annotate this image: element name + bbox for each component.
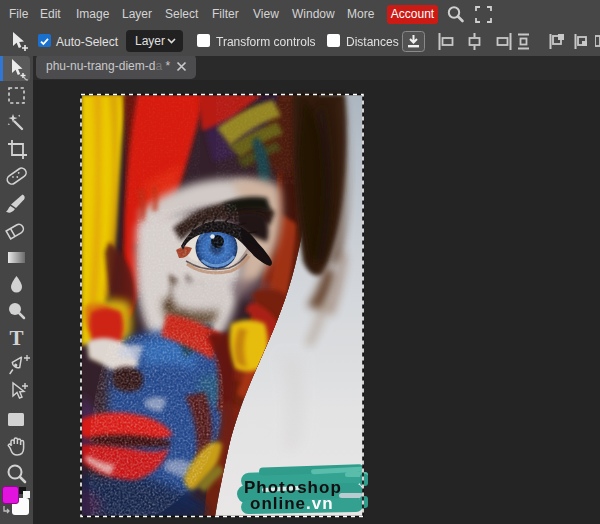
svg-text:T: T <box>9 326 23 350</box>
